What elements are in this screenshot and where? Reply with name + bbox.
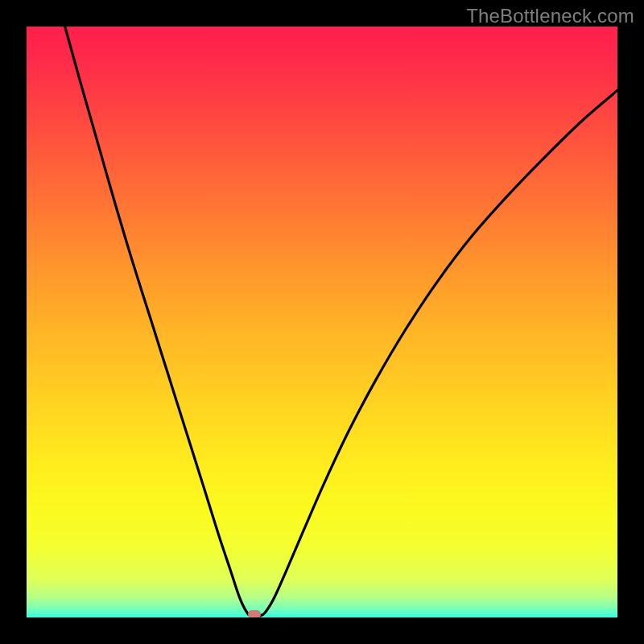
chart-frame: TheBottleneck.com <box>0 0 644 644</box>
bottleneck-curve <box>27 27 617 617</box>
optimal-point-marker <box>248 610 261 617</box>
plot-area <box>27 27 617 617</box>
watermark-text: TheBottleneck.com <box>466 5 634 27</box>
